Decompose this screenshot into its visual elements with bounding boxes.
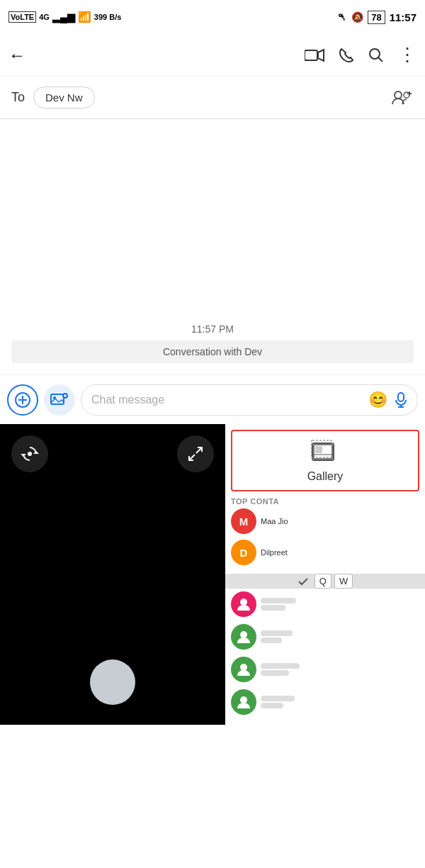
signal-4g: 4G (39, 13, 50, 21)
right-panel: Gallery TOP CONTA M Maa Jio D Dilpreet Q… (225, 424, 425, 725)
volte-indicator: VoLTE (8, 11, 36, 23)
svg-point-29 (240, 599, 247, 606)
phone-icon[interactable] (339, 48, 354, 63)
key-q: Q (314, 574, 332, 589)
contact-chip[interactable]: Dev Nw (33, 87, 95, 108)
search-icon[interactable] (368, 48, 384, 63)
top-contacts-panel: TOP CONTA M Maa Jio D Dilpreet (225, 494, 425, 574)
svg-rect-0 (305, 50, 317, 60)
message-timestamp: 11:57 PM (191, 323, 234, 335)
more-contact-3[interactable] (231, 657, 419, 682)
time-display: 11:57 (390, 11, 416, 23)
key-w: W (334, 574, 353, 589)
top-bar: ← ⋮ (0, 34, 425, 77)
more-contacts-panel (225, 589, 425, 725)
add-people-icon[interactable] (391, 89, 414, 107)
svg-rect-11 (51, 394, 64, 404)
back-button[interactable]: ← (8, 45, 26, 65)
svg-point-2 (370, 49, 380, 59)
mic-icon[interactable] (395, 392, 407, 408)
input-row: Chat message 😊 (0, 374, 425, 424)
to-row: To Dev Nw (0, 77, 425, 119)
keyboard-row: Q W (314, 574, 353, 589)
svg-marker-19 (33, 451, 39, 454)
to-label: To (11, 90, 25, 105)
add-attachment-button[interactable] (7, 384, 38, 416)
contact-name-maa: Maa Jio (261, 517, 288, 525)
status-right: ⯲ 🔕 78 11:57 (337, 11, 416, 24)
more-contact-lines-1 (261, 598, 296, 611)
svg-point-4 (395, 91, 402, 99)
more-contact-4[interactable] (231, 689, 419, 715)
bluetooth-icon: ⯲ (337, 11, 347, 23)
svg-point-31 (240, 664, 247, 671)
contact-name-dilpreet: Dilpreet (261, 548, 288, 557)
more-contact-lines-2 (261, 630, 293, 643)
more-vert-icon[interactable]: ⋮ (398, 44, 416, 66)
wifi-icon: 📶 (78, 11, 91, 23)
svg-line-23 (189, 455, 195, 460)
chat-input-placeholder: Chat message (91, 394, 164, 406)
camera-shutter-button[interactable] (90, 660, 135, 705)
battery-indicator: 78 (368, 11, 385, 24)
contact-item-maa[interactable]: M Maa Jio (231, 508, 419, 534)
video-camera-icon[interactable] (305, 48, 324, 62)
bottom-area: Gallery TOP CONTA M Maa Jio D Dilpreet Q… (0, 424, 425, 725)
contact-avatar-maa: M (231, 508, 256, 534)
contact-item-dilpreet[interactable]: D Dilpreet (231, 540, 419, 565)
signal-bars: ▂▄▆ (52, 11, 75, 23)
camera-panel (0, 424, 225, 725)
svg-line-3 (378, 57, 382, 62)
chat-input-icons: 😊 (368, 391, 407, 409)
more-contact-avatar-2 (231, 624, 256, 650)
gallery-label: Gallery (307, 470, 344, 483)
mute-icon: 🔕 (351, 11, 363, 23)
more-contact-1[interactable] (231, 591, 419, 617)
svg-point-30 (240, 631, 247, 638)
more-contact-avatar-3 (231, 657, 256, 682)
top-contacts-header: TOP CONTA (231, 497, 419, 506)
message-area: 11:57 PM Conversation with Dev (0, 119, 425, 374)
more-contact-avatar-1 (231, 591, 256, 617)
more-contact-lines-4 (261, 696, 295, 708)
more-contact-avatar-4 (231, 689, 256, 715)
svg-rect-28 (315, 446, 322, 453)
gallery-input-button[interactable] (44, 384, 75, 416)
more-contact-2[interactable] (231, 624, 419, 650)
svg-point-21 (28, 452, 32, 456)
rotate-camera-button[interactable] (11, 435, 48, 472)
more-contact-lines-3 (261, 663, 300, 676)
gallery-icon (311, 439, 339, 464)
chat-input-pill[interactable]: Chat message 😊 (81, 384, 418, 416)
gallery-tile[interactable]: Gallery (231, 430, 419, 491)
conversation-label: Conversation with Dev (11, 340, 414, 363)
contact-avatar-dilpreet: D (231, 540, 256, 565)
status-left: VoLTE 4G ▂▄▆ 📶 399 B/s (8, 11, 121, 23)
expand-camera-button[interactable] (177, 435, 214, 472)
status-bar: VoLTE 4G ▂▄▆ 📶 399 B/s ⯲ 🔕 78 11:57 (0, 0, 425, 34)
svg-rect-16 (398, 393, 404, 401)
svg-point-32 (240, 696, 247, 703)
top-bar-icons: ⋮ (305, 44, 416, 66)
keyboard-hint-row: Q W (225, 574, 425, 589)
svg-marker-1 (318, 50, 324, 61)
emoji-icon[interactable]: 😊 (368, 391, 387, 409)
svg-marker-20 (21, 454, 26, 457)
svg-line-22 (196, 447, 202, 453)
speed-indicator: 399 B/s (94, 13, 122, 21)
